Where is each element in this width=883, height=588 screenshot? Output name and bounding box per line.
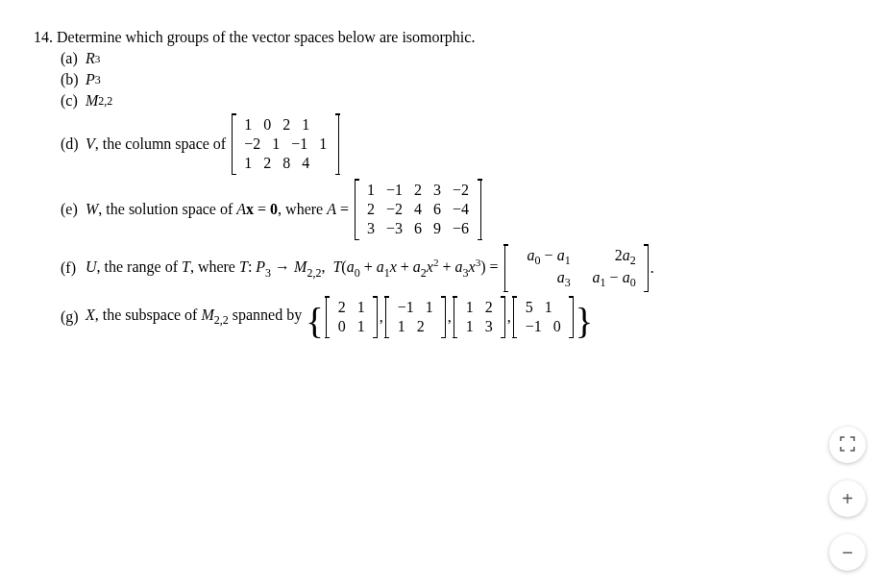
minus-icon: − xyxy=(842,542,853,564)
part-c: (c) M2,2 xyxy=(61,92,854,110)
question-text: Determine which groups of the vector spa… xyxy=(57,29,475,45)
part-e-matrix: 1−123−2 2−246−4 3−369−6 xyxy=(355,179,481,240)
part-a-sup: 3 xyxy=(95,53,101,64)
part-e-prefix: W, the solution space of Ax = 0, where A… xyxy=(86,201,353,218)
part-a: (a) R3 xyxy=(61,50,854,67)
question-prompt: 14. Determine which groups of the vector… xyxy=(34,29,854,46)
part-f-text: U, the range of T, where T: P3 → M2,2, T… xyxy=(86,257,503,281)
part-g-label: (g) xyxy=(61,308,86,326)
viewer-controls: + − xyxy=(829,427,866,571)
part-c-symbol: M xyxy=(86,92,98,110)
part-b-symbol: P xyxy=(86,71,95,88)
part-d: (d) V, the column space of 1021 −21−11 1… xyxy=(61,113,854,175)
part-g-prefix: X, the subspace of M2,2 spanned by xyxy=(86,306,306,328)
part-f-label: (f) xyxy=(61,259,86,277)
part-g-matrix-4: 51 −10 xyxy=(513,296,574,338)
part-f: (f) U, the range of T, where T: P3 → M2,… xyxy=(61,244,854,292)
fullscreen-button[interactable] xyxy=(829,427,866,463)
part-e: (e) W, the solution space of Ax = 0, whe… xyxy=(61,179,854,240)
part-g-matrix-1: 21 01 xyxy=(326,296,378,338)
part-c-sub: 2,2 xyxy=(98,94,112,109)
part-b: (b) P3 xyxy=(61,71,854,88)
part-c-label: (c) xyxy=(61,92,86,110)
part-a-label: (a) xyxy=(61,50,86,67)
part-a-symbol: R xyxy=(86,50,95,67)
part-d-prefix: V, the column space of xyxy=(86,135,230,153)
part-g: (g) X, the subspace of M2,2 spanned by {… xyxy=(61,296,854,338)
zoom-out-button[interactable]: − xyxy=(829,534,866,571)
zoom-in-button[interactable]: + xyxy=(829,480,866,517)
plus-icon: + xyxy=(842,488,853,510)
fullscreen-icon xyxy=(840,436,855,454)
question-number: 14. xyxy=(34,29,53,45)
part-g-matrix-3: 12 13 xyxy=(454,296,505,338)
problem-content: 14. Determine which groups of the vector… xyxy=(0,0,883,371)
part-b-sub: 3 xyxy=(95,73,101,87)
part-e-label: (e) xyxy=(61,201,86,218)
part-b-label: (b) xyxy=(61,71,86,88)
part-f-matrix: a0 − a12a2 a3a1 − a0 xyxy=(504,244,649,292)
part-f-suffix: . xyxy=(650,259,654,277)
part-d-label: (d) xyxy=(61,135,86,153)
part-d-matrix: 1021 −21−11 1284 xyxy=(232,113,339,175)
part-g-matrix-2: −11 12 xyxy=(385,296,446,338)
